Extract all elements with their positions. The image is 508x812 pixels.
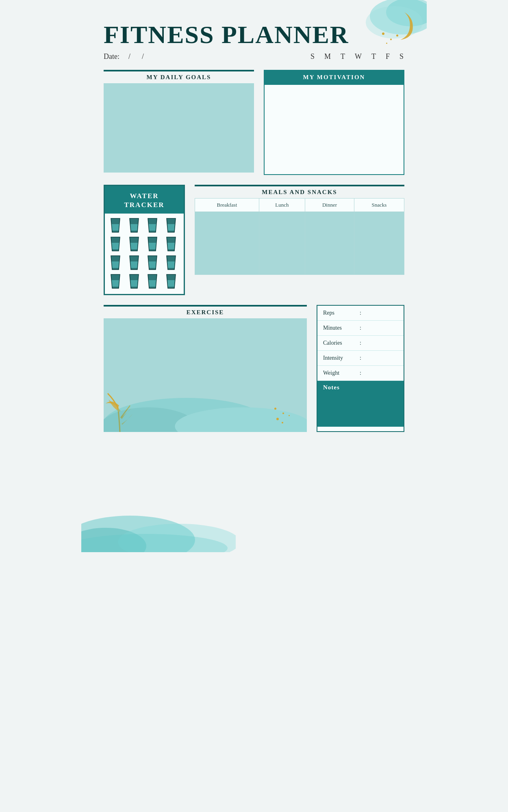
day-s1: S (310, 52, 315, 61)
stat-label-calories: Calories (323, 340, 360, 346)
meals-table: Breakfast Lunch Dinner Snacks (195, 198, 404, 275)
svg-rect-16 (112, 280, 119, 287)
glass-4[interactable] (164, 217, 178, 234)
glass-2[interactable] (127, 217, 141, 234)
stat-colon-reps: : (360, 310, 361, 316)
stat-colon-weight: : (360, 370, 361, 376)
svg-rect-13 (130, 261, 138, 268)
stat-row-weight: Weight : (317, 366, 404, 381)
svg-point-24 (81, 528, 146, 552)
glass-6[interactable] (127, 235, 141, 253)
goals-title: MY DAILY GOALS (104, 74, 254, 81)
day-w: W (355, 52, 363, 61)
day-s2: S (399, 52, 404, 61)
meals-col-dinner: Dinner (305, 199, 354, 212)
meals-col-snacks: Snacks (354, 199, 404, 212)
stat-label-minutes: Minutes (323, 325, 360, 331)
date-row: Date: / / S M T W T F S (104, 52, 404, 61)
stat-colon-intensity: : (360, 355, 361, 361)
motivation-input-area[interactable] (264, 85, 404, 175)
water-glasses-grid (105, 214, 184, 294)
meals-col-breakfast: Breakfast (195, 199, 259, 212)
gold-dot (396, 35, 398, 37)
notes-label: Notes (317, 381, 404, 394)
svg-point-23 (81, 516, 195, 552)
svg-rect-4 (112, 224, 119, 231)
glass-7[interactable] (145, 235, 160, 253)
bottom-section: EXERCISE (104, 305, 404, 432)
day-t1: T (341, 52, 346, 61)
page: FITNESS PLANNER Date: / / S M T W T F S … (81, 0, 427, 552)
glass-15[interactable] (145, 273, 160, 290)
page-title: FITNESS PLANNER (104, 20, 404, 49)
stat-row-minutes: Minutes : (317, 321, 404, 336)
meals-header-line (195, 185, 404, 186)
meals-title: MEALS AND SNACKS (195, 189, 404, 196)
glass-16[interactable] (164, 273, 178, 290)
svg-rect-5 (130, 224, 138, 231)
stat-label-weight: Weight (323, 370, 360, 376)
meals-snacks-cell[interactable] (354, 212, 404, 275)
exercise-title: EXERCISE (104, 309, 307, 316)
meals-col: MEALS AND SNACKS Breakfast Lunch Dinner … (195, 185, 404, 295)
svg-rect-11 (167, 243, 175, 249)
stats-col: Reps : Minutes : Calories : Intensity : … (317, 305, 404, 432)
glass-8[interactable] (164, 235, 178, 253)
svg-rect-18 (149, 280, 156, 287)
daily-goals-col: MY DAILY GOALS (104, 70, 254, 175)
middle-section: WATERTRACKER (104, 185, 404, 295)
exercise-input-area[interactable] (104, 318, 307, 432)
stat-row-reps: Reps : (317, 306, 404, 321)
svg-rect-14 (149, 261, 156, 268)
water-tracker-box: WATERTRACKER (104, 185, 185, 295)
stat-row-intensity: Intensity : (317, 351, 404, 366)
motivation-title: MY MOTIVATION (264, 70, 404, 85)
stat-label-reps: Reps (323, 310, 360, 316)
meals-col-lunch: Lunch (259, 199, 305, 212)
goals-header-line (104, 70, 254, 71)
goals-input-area[interactable] (104, 83, 254, 173)
stat-colon-minutes: : (360, 325, 361, 331)
water-tracker-title: WATERTRACKER (105, 186, 184, 214)
notes-input-area[interactable] (317, 394, 404, 427)
glass-11[interactable] (145, 254, 160, 271)
stat-colon-calories: : (360, 340, 361, 346)
svg-point-26 (81, 534, 228, 552)
svg-rect-12 (112, 261, 119, 268)
glass-12[interactable] (164, 254, 178, 271)
svg-rect-10 (149, 243, 156, 249)
date-sep2: / (142, 52, 144, 61)
stat-label-intensity: Intensity (323, 355, 360, 361)
top-section: MY DAILY GOALS MY MOTIVATION (104, 70, 404, 175)
gold-dot (382, 32, 384, 35)
svg-rect-9 (130, 243, 138, 249)
day-m: M (324, 52, 332, 61)
svg-rect-17 (130, 280, 138, 287)
glass-14[interactable] (127, 273, 141, 290)
motivation-col: MY MOTIVATION (264, 70, 404, 175)
watercolor-bottom-left (81, 487, 236, 552)
glass-1[interactable] (108, 217, 123, 234)
svg-rect-15 (167, 261, 175, 268)
date-sep1: / (128, 52, 130, 61)
gold-dot (386, 43, 387, 44)
svg-rect-19 (167, 280, 175, 287)
glass-10[interactable] (127, 254, 141, 271)
glass-3[interactable] (145, 217, 160, 234)
svg-rect-7 (167, 224, 175, 231)
gold-dot (390, 39, 392, 40)
glass-9[interactable] (108, 254, 123, 271)
meals-lunch-cell[interactable] (259, 212, 305, 275)
glass-5[interactable] (108, 235, 123, 253)
day-t2: T (371, 52, 377, 61)
svg-rect-6 (149, 224, 156, 231)
exercise-watercolor (104, 364, 307, 432)
svg-rect-8 (112, 243, 119, 249)
glass-13[interactable] (108, 273, 123, 290)
stats-box: Reps : Minutes : Calories : Intensity : … (317, 305, 404, 432)
day-f: F (386, 52, 391, 61)
svg-point-25 (118, 524, 236, 552)
meals-dinner-cell[interactable] (305, 212, 354, 275)
exercise-header-line (104, 305, 307, 307)
meals-breakfast-cell[interactable] (195, 212, 259, 275)
